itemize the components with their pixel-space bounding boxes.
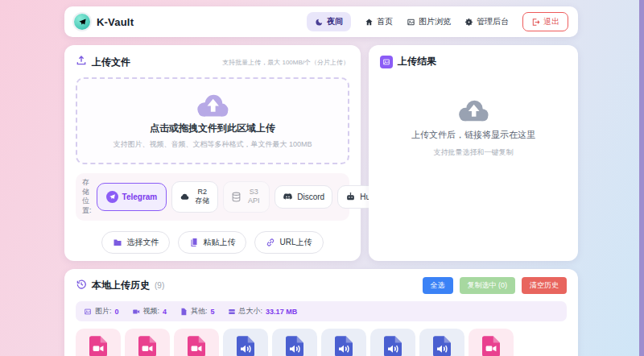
stat-others: 其他: 5 (180, 306, 215, 317)
clear-history-button[interactable]: 清空历史 (522, 277, 567, 294)
storage-option-discord[interactable]: Discord (275, 185, 332, 209)
logout-button[interactable]: 退出 (522, 12, 568, 31)
nav-label: 首页 (377, 16, 393, 27)
file-card-mp3[interactable]: MP3 (370, 329, 415, 356)
history-file-grid: MP4MP4MP4MP3MP3MP3MP3MP3MP4 (76, 329, 567, 356)
result-panel-header: 上传结果 (380, 55, 567, 68)
main-nav: 夜间 首页 图片浏览 管理后台 退出 (307, 12, 568, 31)
nav-label: 夜间 (327, 16, 343, 27)
audio-file-icon (335, 336, 353, 356)
file-icon (180, 308, 188, 316)
action-label: URL上传 (279, 237, 312, 248)
history-title: 本地上传历史 (92, 279, 150, 292)
result-image-icon (380, 56, 393, 68)
stat-label: 总大小: (239, 306, 263, 317)
upload-panel-header: 上传文件 支持批量上传，最大 100MB/个（分片上传） (76, 55, 349, 69)
image-icon (407, 18, 415, 27)
app-title: K-Vault (97, 16, 134, 28)
dropzone-title: 点击或拖拽文件到此区域上传 (150, 122, 275, 135)
audio-file-icon (286, 336, 303, 356)
file-card-mp3[interactable]: MP3 (321, 329, 366, 356)
gear-icon (464, 18, 473, 27)
storage-icon (228, 308, 236, 316)
file-card-mp4[interactable]: MP4 (76, 329, 121, 356)
image-icon (84, 308, 92, 316)
result-empty-state: 上传文件后，链接将显示在这里 支持批量选择和一键复制 (380, 97, 567, 158)
nav-image-browse[interactable]: 图片浏览 (407, 16, 451, 27)
stat-value: 5 (211, 308, 215, 316)
robot-icon (345, 192, 356, 202)
file-card-mp3[interactable]: MP3 (419, 329, 464, 356)
file-card-mp4[interactable]: MP4 (125, 329, 170, 356)
nav-admin[interactable]: 管理后台 (464, 16, 509, 27)
app-viewport: K-Vault 夜间 首页 图片浏览 管理后台 (0, 0, 644, 356)
upload-panel: 上传文件 支持批量上传，最大 100MB/个（分片上传） 点击或拖拽文件到此区域… (64, 45, 361, 261)
storage-option-label: R2 存储 (194, 188, 210, 206)
file-dropzone[interactable]: 点击或拖拽文件到此区域上传 支持图片、视频、音频、文档等多种格式，单文件最大 1… (76, 77, 349, 164)
cloud-upload-icon (456, 97, 491, 122)
page-content: K-Vault 夜间 首页 图片浏览 管理后台 (64, 6, 578, 356)
dropzone-subtitle: 支持图片、视频、音频、文档等多种格式，单文件最大 100MB (113, 139, 312, 150)
stat-value: 0 (115, 308, 119, 316)
brand: K-Vault (74, 14, 134, 30)
video-file-icon (188, 336, 205, 356)
video-icon (132, 308, 140, 316)
history-panel: 本地上传历史 (9) 全选 复制选中 (0) 清空历史 图片: 0 视频: 4 (64, 269, 578, 356)
link-icon (266, 238, 275, 247)
stat-total-size: 总大小: 33.17 MB (228, 306, 298, 317)
video-file-icon (89, 336, 107, 356)
audio-file-icon (384, 336, 402, 356)
result-empty-title: 上传文件后，链接将显示在这里 (411, 129, 535, 141)
history-stats-bar: 图片: 0 视频: 4 其他: 5 总大小: 33.17 MB (76, 301, 567, 321)
database-icon (231, 192, 242, 202)
moon-icon (315, 18, 324, 27)
file-card-mp3[interactable]: MP3 (223, 329, 268, 356)
clipboard-icon (189, 238, 199, 247)
result-panel: 上传结果 上传文件后，链接将显示在这里 支持批量选择和一键复制 (369, 45, 578, 261)
nav-night-mode[interactable]: 夜间 (307, 12, 351, 31)
storage-option-label: Telegram (122, 192, 158, 201)
choose-file-button[interactable]: 选择文件 (101, 231, 170, 254)
nav-label: 管理后台 (477, 16, 509, 27)
scrollbar[interactable] (639, 0, 644, 356)
paste-upload-button[interactable]: 粘贴上传 (178, 231, 246, 254)
stat-label: 其他: (191, 306, 208, 317)
url-upload-button[interactable]: URL上传 (254, 231, 323, 254)
top-bar: K-Vault 夜间 首页 图片浏览 管理后台 (64, 6, 578, 37)
file-card-mp3[interactable]: MP3 (272, 329, 317, 356)
stat-label: 视频: (143, 306, 160, 317)
nav-label: 图片浏览 (419, 16, 451, 27)
upload-icon (76, 55, 87, 69)
video-file-icon (482, 336, 500, 356)
history-count-badge: (9) (155, 281, 164, 290)
file-card-mp4[interactable]: MP4 (174, 329, 219, 356)
stat-videos: 视频: 4 (132, 306, 167, 317)
result-panel-title: 上传结果 (398, 55, 436, 68)
video-file-icon (138, 336, 156, 356)
audio-file-icon (433, 336, 451, 356)
upload-limit-hint: 支持批量上传，最大 100MB/个（分片上传） (222, 58, 349, 67)
nav-label: 退出 (543, 16, 559, 27)
upload-panel-title: 上传文件 (92, 56, 130, 69)
storage-option-label: S3 API (246, 188, 262, 206)
action-label: 粘贴上传 (203, 237, 235, 248)
home-icon (365, 18, 374, 27)
storage-option-s3[interactable]: S3 API (223, 181, 270, 213)
storage-option-r2[interactable]: R2 存储 (171, 181, 218, 213)
history-actions: 全选 复制选中 (0) 清空历史 (423, 277, 568, 294)
stat-images: 图片: 0 (84, 306, 119, 317)
main-row: 上传文件 支持批量上传，最大 100MB/个（分片上传） 点击或拖拽文件到此区域… (64, 45, 578, 261)
select-all-button[interactable]: 全选 (423, 277, 453, 294)
nav-home[interactable]: 首页 (365, 16, 393, 27)
audio-file-icon (237, 336, 254, 356)
folder-icon (113, 238, 122, 247)
file-card-mp4[interactable]: MP4 (469, 329, 514, 356)
telegram-icon (106, 191, 118, 203)
copy-selected-button[interactable]: 复制选中 (0) (460, 277, 516, 294)
storage-label: 存储位置: (82, 178, 92, 216)
storage-option-telegram[interactable]: Telegram (97, 183, 167, 211)
history-header: 本地上传历史 (9) 全选 复制选中 (0) 清空历史 (76, 277, 567, 294)
stat-value: 4 (163, 308, 167, 316)
storage-option-label: Discord (297, 192, 324, 201)
stat-value: 33.17 MB (266, 308, 297, 316)
